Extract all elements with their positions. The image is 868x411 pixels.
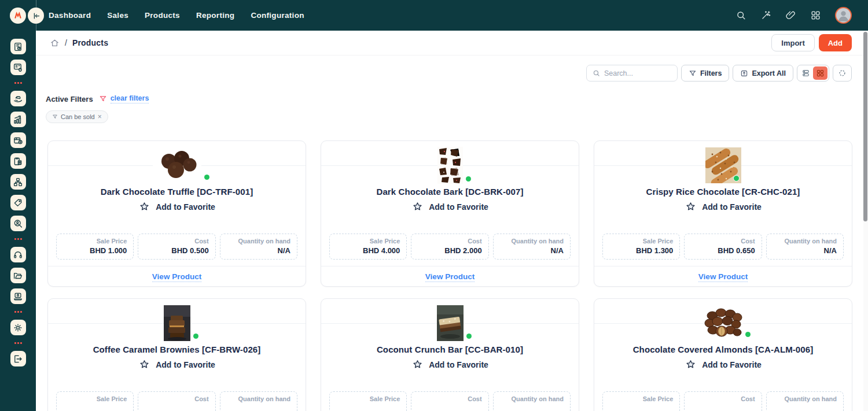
quantity-label: Quantity on hand [773, 395, 837, 402]
sidebar-item-kanban-mouse[interactable] [10, 60, 26, 75]
add-to-favorite-label: Add to Favorite [429, 360, 488, 369]
grid-view-button[interactable] [813, 66, 827, 80]
star-icon [138, 201, 150, 213]
sale-price-box: Sale Price [329, 391, 407, 411]
sidebar-item-user-search[interactable] [10, 216, 26, 231]
clear-filters-link[interactable]: clear filters [111, 94, 149, 103]
availability-dot [193, 334, 198, 339]
sidebar-item-folder-doc[interactable] [10, 268, 26, 283]
sidebar-item-laptop[interactable] [10, 288, 26, 304]
quantity-box: Quantity on handN/A [493, 234, 571, 260]
chip-close-icon[interactable]: × [98, 113, 102, 120]
toolbar: Filters Export All [36, 55, 868, 82]
user-avatar[interactable] [835, 7, 852, 24]
cost-value [418, 404, 481, 411]
nav-item-products[interactable]: Products [145, 11, 180, 20]
nav-item-configuration[interactable]: Configuration [251, 11, 304, 20]
product-image [704, 307, 742, 339]
quantity-box: Quantity on handN/A [766, 234, 844, 260]
cost-value: BHD 0.500 [145, 246, 208, 255]
sidebar-item-boxes-link[interactable] [10, 174, 26, 190]
filter-chip-can-be-sold[interactable]: Can be sold × [46, 110, 108, 123]
paperclip-icon[interactable] [785, 10, 796, 21]
add-to-favorite-button[interactable]: Add to Favorite [594, 359, 852, 371]
nav-item-dashboard[interactable]: Dashboard [49, 11, 91, 20]
sidebar-item-sales-chart[interactable] [10, 112, 26, 127]
add-to-favorite-button[interactable]: Add to Favorite [321, 201, 579, 213]
view-product-link[interactable]: View Product [152, 272, 201, 282]
page-title: Products [72, 38, 108, 47]
quantity-value: N/A [227, 246, 290, 255]
sale-price-label: Sale Price [609, 395, 673, 402]
filters-label: Filters [700, 69, 722, 77]
sidebar-item-box-add[interactable] [10, 132, 26, 148]
product-grid: Dark Chocolate Truffle [DC-TRF-001]Add t… [36, 140, 868, 411]
add-to-favorite-button[interactable]: Add to Favorite [48, 359, 306, 371]
sale-price-value: BHD 1.000 [63, 246, 127, 255]
sidebar-item-settings-gear[interactable] [10, 320, 26, 335]
card-footer: View Product [594, 266, 852, 282]
sidebar-item-menu-board[interactable] [10, 39, 26, 54]
product-name: Dark Chocolate Truffle [DC-TRF-001] [48, 187, 306, 197]
nav-item-sales[interactable]: Sales [107, 11, 128, 20]
apps-grid-icon[interactable] [810, 10, 821, 21]
box-add-icon [13, 135, 23, 146]
sale-price-label: Sale Price [63, 238, 127, 245]
add-to-favorite-label: Add to Favorite [156, 202, 215, 212]
product-name: Crispy Rice Chocolate [CR-CHC-021] [594, 187, 852, 197]
product-name: Dark Chocolate Bark [DC-BRK-007] [321, 187, 579, 197]
left-sidebar [0, 31, 36, 411]
home-icon[interactable] [50, 38, 60, 48]
sidebar-item-clipboard-calc[interactable] [10, 153, 26, 169]
product-name: Coffee Caramel Brownies [CF-BRW-026] [48, 345, 306, 354]
add-to-favorite-button[interactable]: Add to Favorite [594, 201, 852, 213]
app-logo [10, 8, 26, 24]
availability-dot [466, 334, 472, 339]
import-button[interactable]: Import [771, 34, 814, 51]
sale-price-value [336, 404, 400, 411]
add-button[interactable]: Add [819, 34, 852, 51]
sidebar-item-headset[interactable] [10, 247, 26, 262]
cost-label: Cost [691, 395, 755, 402]
sale-price-value [609, 404, 673, 411]
product-card: Chocolate Covered Almonds [CA-ALM-006]Ad… [594, 298, 852, 411]
sidebar-divider [14, 238, 22, 240]
refresh-button[interactable] [833, 65, 852, 82]
sidebar-item-hand-serve[interactable] [10, 91, 26, 106]
magic-wand-icon[interactable] [760, 10, 771, 21]
product-image [164, 305, 190, 341]
search-input[interactable] [604, 69, 671, 77]
active-filters-section: Active Filters clear filters Can be sold… [36, 82, 868, 123]
quantity-box: Quantity on handN/A [220, 234, 297, 260]
export-all-button[interactable]: Export All [733, 65, 793, 82]
sidebar-divider [14, 342, 22, 344]
cost-value: BHD 0.650 [691, 246, 755, 255]
view-product-link[interactable]: View Product [698, 272, 748, 282]
add-to-favorite-button[interactable]: Add to Favorite [48, 201, 306, 213]
dashed-circle-icon [838, 69, 847, 77]
sale-price-value [63, 404, 127, 411]
nav-item-reporting[interactable]: Reporting [196, 11, 234, 20]
active-filters-title: Active Filters [46, 95, 93, 103]
search-icon[interactable] [735, 10, 746, 21]
filters-button[interactable]: Filters [681, 65, 730, 82]
scrollbar-thumb[interactable] [863, 32, 867, 221]
product-card: Dark Chocolate Bark [DC-BRK-007]Add to F… [321, 140, 579, 287]
sale-price-label: Sale Price [63, 395, 127, 402]
sidebar-item-logout[interactable] [10, 351, 26, 366]
sidebar-item-price-tags[interactable] [10, 195, 26, 210]
headset-icon [13, 250, 23, 260]
add-to-favorite-button[interactable]: Add to Favorite [321, 359, 579, 371]
add-to-favorite-label: Add to Favorite [702, 360, 762, 369]
product-image [437, 305, 464, 341]
cost-box: CostBHD 0.650 [684, 234, 762, 260]
sale-price-value: BHD 1.300 [609, 246, 673, 255]
card-footer: View Product [48, 266, 306, 282]
clear-funnel-icon [99, 95, 107, 103]
cost-box: CostBHD 2.000 [411, 234, 488, 260]
list-view-button[interactable] [799, 66, 813, 80]
breadcrumb: / Products Import Add [36, 31, 868, 55]
topbar-actions [735, 0, 852, 31]
view-product-link[interactable]: View Product [425, 272, 475, 282]
cost-box: CostBHD 0.500 [138, 234, 215, 260]
